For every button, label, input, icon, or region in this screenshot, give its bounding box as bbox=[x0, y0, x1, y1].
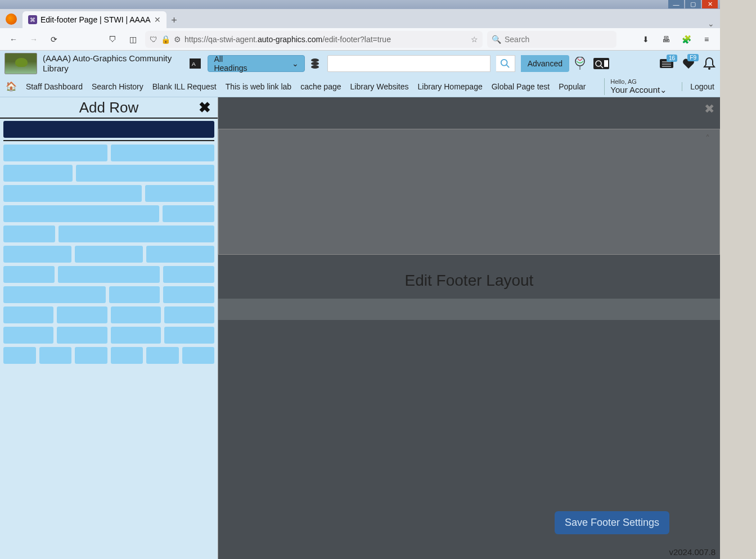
panel-header: Add Row ✖ bbox=[0, 97, 218, 119]
browser-nav-bar: ← → ⟳ ⛉ ◫ 🛡 🔒 ⚙ https://qa-stwi-agent.au… bbox=[0, 28, 720, 51]
reload-button[interactable]: ⟳ bbox=[46, 31, 62, 47]
scan-icon[interactable] bbox=[593, 57, 610, 70]
menu-item[interactable]: Library Websites bbox=[350, 82, 409, 91]
lists-badge: 16 bbox=[667, 55, 677, 62]
window-maximize-button[interactable]: ▢ bbox=[685, 0, 701, 8]
logout-link[interactable]: Logout bbox=[682, 82, 714, 91]
lists-icon[interactable]: 16 bbox=[659, 58, 674, 69]
svg-rect-12 bbox=[604, 60, 608, 67]
menu-bar: 🏠 Staff Dashboard Search History Blank I… bbox=[0, 76, 720, 97]
firefox-logo-icon bbox=[6, 13, 17, 25]
menu-item[interactable]: Global Page test bbox=[492, 82, 550, 91]
save-footer-button[interactable]: Save Footer Settings bbox=[555, 511, 669, 534]
svg-line-6 bbox=[507, 65, 510, 67]
notifications-icon[interactable] bbox=[703, 57, 716, 70]
browser-tab[interactable]: ⌘ Edit-footer Page | STWI | AAAA ✕ bbox=[22, 11, 166, 28]
balloon-icon[interactable] bbox=[575, 57, 585, 70]
tabs-dropdown-icon[interactable]: ⌄ bbox=[708, 19, 714, 28]
layout-row-9-3[interactable] bbox=[3, 205, 214, 222]
menu-item[interactable]: Blank ILL Request bbox=[152, 82, 217, 91]
menu-item[interactable]: Staff Dashboard bbox=[26, 82, 83, 91]
permissions-icon: ⚙ bbox=[174, 35, 181, 44]
menu-icon[interactable]: ≡ bbox=[699, 31, 714, 47]
layout-row-4-4-4[interactable] bbox=[3, 246, 214, 263]
search-placeholder: Search bbox=[505, 35, 529, 44]
svg-point-17 bbox=[708, 67, 710, 70]
catalog-search-button[interactable] bbox=[496, 55, 515, 72]
layout-row-6-6[interactable] bbox=[3, 145, 214, 161]
account-hello: Hello, AG bbox=[610, 78, 667, 85]
translate-icon[interactable]: A bbox=[188, 57, 202, 70]
new-tab-button[interactable]: + bbox=[166, 12, 182, 28]
browser-search-bar[interactable]: 🔍 Search bbox=[487, 31, 616, 48]
home-icon[interactable]: 🏠 bbox=[6, 81, 17, 92]
content-overlay: ✖ ˄ Edit Footer Layout Save Footer Setti… bbox=[218, 97, 720, 559]
page-heading: Edit Footer Layout bbox=[218, 272, 720, 290]
database-icon[interactable] bbox=[310, 58, 322, 69]
save-pocket-icon[interactable]: ⬇ bbox=[638, 31, 654, 47]
menu-item[interactable]: Search History bbox=[92, 82, 143, 91]
svg-point-3 bbox=[311, 62, 319, 65]
account-dropdown[interactable]: Hello, AG Your Account⌄ bbox=[604, 78, 667, 95]
extensions-icon[interactable]: 🧩 bbox=[678, 31, 694, 47]
window-close-button[interactable]: ✕ bbox=[702, 0, 718, 8]
app-header: (AAAA) Auto-Graphics Community Library A… bbox=[0, 51, 720, 76]
catalog-search-input[interactable] bbox=[327, 55, 490, 72]
version-label: v2024.007.8 bbox=[669, 547, 716, 557]
layout-row-3-3-3-3b[interactable] bbox=[3, 327, 214, 344]
window-minimize-button[interactable]: — bbox=[668, 0, 684, 8]
layout-row-8-4[interactable] bbox=[3, 185, 214, 202]
lock-icon: 🔒 bbox=[161, 35, 170, 44]
chevron-down-icon: ⌄ bbox=[660, 85, 667, 94]
menu-item[interactable]: Library Homepage bbox=[418, 82, 483, 91]
layout-row-6col[interactable] bbox=[3, 347, 214, 364]
layout-row-6-3-3[interactable] bbox=[3, 286, 214, 303]
svg-point-2 bbox=[311, 58, 319, 62]
main-area: Add Row ✖ ✖ ˄ Edit Footer Layout Save Fo… bbox=[0, 97, 720, 559]
headings-dropdown[interactable]: All Headings ⌄ bbox=[208, 55, 304, 72]
layout-row-1col[interactable] bbox=[3, 121, 214, 138]
tab-close-icon[interactable]: ✕ bbox=[154, 15, 161, 24]
search-icon: 🔍 bbox=[492, 35, 501, 44]
add-row-panel: Add Row ✖ bbox=[0, 97, 218, 559]
containers-icon[interactable]: ◫ bbox=[125, 31, 141, 47]
bookmark-star-icon[interactable]: ☆ bbox=[471, 35, 478, 44]
shield-icon: 🛡 bbox=[150, 35, 158, 44]
menu-item[interactable]: This is web link lab bbox=[226, 82, 292, 91]
library-title[interactable]: (AAAA) Auto-Graphics Community Library bbox=[43, 53, 183, 74]
svg-point-5 bbox=[501, 59, 507, 65]
svg-point-4 bbox=[311, 65, 319, 69]
panel-title: Add Row bbox=[79, 99, 139, 116]
back-button[interactable]: ← bbox=[6, 31, 21, 47]
footer-toolbar bbox=[218, 299, 720, 320]
headings-label: All Headings bbox=[214, 55, 258, 73]
url-bar[interactable]: 🛡 🔒 ⚙ https://qa-stwi-agent.auto-graphic… bbox=[145, 31, 483, 48]
url-text: https://qa-stwi-agent.auto-graphics.com/… bbox=[184, 35, 467, 44]
browser-tab-strip: ⌘ Edit-footer Page | STWI | AAAA ✕ + ⌄ bbox=[0, 9, 720, 28]
menu-item[interactable]: Popular bbox=[559, 82, 586, 91]
forward-button[interactable]: → bbox=[26, 31, 42, 47]
print-icon[interactable]: 🖶 bbox=[658, 31, 674, 47]
footer-preview-row[interactable] bbox=[218, 129, 720, 255]
layout-row-3-3-3-3[interactable] bbox=[3, 306, 214, 323]
chevron-down-icon: ⌄ bbox=[292, 59, 299, 68]
menu-item[interactable]: cache page bbox=[300, 82, 341, 91]
tab-favicon-icon: ⌘ bbox=[28, 15, 37, 24]
overlay-close-icon[interactable]: ✖ bbox=[704, 102, 714, 116]
library-logo-icon[interactable] bbox=[4, 53, 37, 74]
layout-row-4-8[interactable] bbox=[3, 165, 214, 182]
layout-row-3-9[interactable] bbox=[3, 226, 214, 242]
window-titlebar: — ▢ ✕ bbox=[0, 0, 720, 9]
advanced-search-button[interactable]: Advanced bbox=[521, 55, 569, 72]
close-icon[interactable]: ✖ bbox=[199, 99, 211, 116]
favorites-badge: F9 bbox=[687, 54, 699, 61]
svg-text:A: A bbox=[192, 60, 196, 66]
tab-title: Edit-footer Page | STWI | AAAA bbox=[40, 15, 151, 24]
chevron-up-icon[interactable]: ˄ bbox=[705, 133, 710, 144]
favorites-icon[interactable]: F9 bbox=[682, 57, 695, 70]
pocket-icon[interactable]: ⛉ bbox=[105, 31, 120, 47]
layout-row-3-6-3[interactable] bbox=[3, 266, 214, 283]
